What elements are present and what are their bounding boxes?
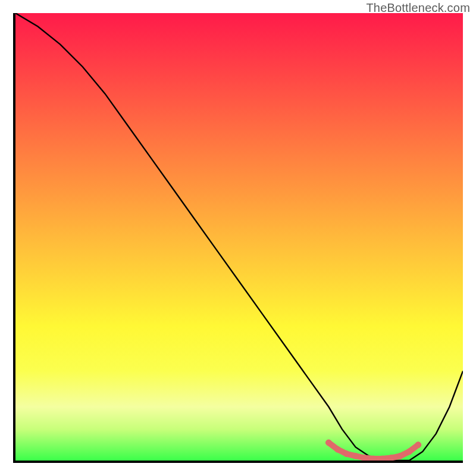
- plot-area: [13, 13, 463, 463]
- bottleneck-curve-path: [15, 13, 463, 461]
- valley-dot: [389, 455, 394, 461]
- valley-dot: [397, 453, 403, 459]
- chart-container: TheBottleneck.com: [0, 0, 476, 476]
- valley-dot: [415, 442, 421, 448]
- valley-dot: [371, 456, 377, 461]
- valley-dot: [406, 449, 412, 455]
- curve-layer: [15, 13, 463, 461]
- valley-dot: [334, 446, 340, 452]
- valley-dot: [353, 453, 359, 459]
- valley-dot: [380, 456, 386, 461]
- valley-marker-group: [325, 440, 421, 461]
- valley-dot: [325, 440, 331, 446]
- valley-dot: [343, 451, 349, 457]
- valley-dot: [362, 455, 368, 461]
